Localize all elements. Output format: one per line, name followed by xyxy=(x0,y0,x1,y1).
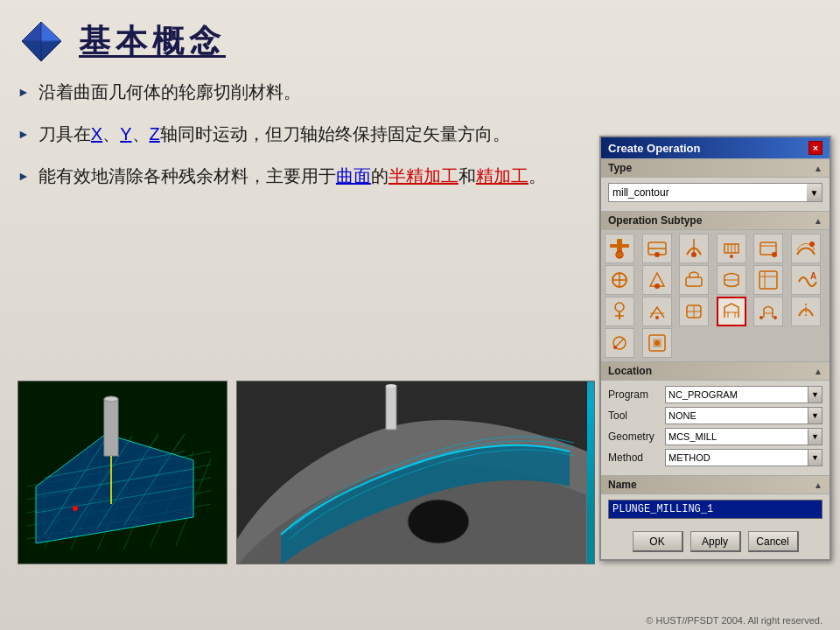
program-label: Program xyxy=(608,388,665,401)
svg-rect-35 xyxy=(617,239,622,258)
subtype-icon-11[interactable] xyxy=(753,265,783,295)
svg-point-54 xyxy=(615,303,624,312)
type-value: mill_contour xyxy=(612,186,669,199)
subtype-icon-17[interactable] xyxy=(753,297,783,326)
geometry-value: MCS_MILL xyxy=(668,431,717,442)
location-section-header[interactable]: Location ▲ xyxy=(601,361,830,381)
list-item: ► 能有效地清除各种残余材料，主要用于曲面的半精加工和精加工。 xyxy=(18,163,595,189)
footer: © HUST//PFSDT 2004. All right reserved. xyxy=(646,615,822,626)
svg-point-31 xyxy=(408,500,469,543)
bullet-list: ► 沿着曲面几何体的轮廓切削材料。 ► 刀具在X、Y、Z轴同时运动，但刀轴始终保… xyxy=(18,79,595,189)
subtype-section-header[interactable]: Operation Subtype ▲ xyxy=(601,211,830,230)
tool-value: NONE xyxy=(668,410,696,421)
ok-label: OK xyxy=(649,536,664,548)
dialog-title: Create Operation xyxy=(608,142,700,155)
subtype-icon-16[interactable] xyxy=(717,297,746,326)
tool-label: Tool xyxy=(608,410,665,422)
subtype-icon-7[interactable] xyxy=(605,265,634,295)
program-dropdown-btn[interactable]: ▼ xyxy=(808,386,822,403)
name-input[interactable] xyxy=(608,500,822,519)
program-row: Program NC_PROGRAM ▼ xyxy=(608,386,822,403)
svg-point-69 xyxy=(654,340,660,346)
dialog-buttons: OK Apply Cancel xyxy=(601,524,830,559)
bullet-text-2: 刀具在X、Y、Z轴同时运动，但刀轴始终保持固定矢量方向。 xyxy=(38,121,510,147)
type-dropdown[interactable]: mill_contour xyxy=(608,183,807,202)
tool-dropdown-btn[interactable]: ▼ xyxy=(808,407,822,424)
subtype-icon-18[interactable] xyxy=(791,297,821,326)
method-dropdown-btn[interactable]: ▼ xyxy=(808,449,822,466)
geometry-dropdown[interactable]: MCS_MILL xyxy=(665,428,808,445)
bullet-text-3: 能有效地清除各种残余材料，主要用于曲面的半精加工和精加工。 xyxy=(38,163,546,189)
svg-point-27 xyxy=(104,396,118,402)
apply-button[interactable]: Apply xyxy=(690,531,741,552)
type-section-header[interactable]: Type ▲ xyxy=(601,158,830,178)
program-dropdown-wrapper: NC_PROGRAM ▼ xyxy=(665,386,822,403)
subtype-icon-12[interactable]: A xyxy=(791,265,821,295)
cancel-label: Cancel xyxy=(756,536,788,548)
bullet-arrow-icon: ► xyxy=(18,83,30,102)
method-row: Method METHOD ▼ xyxy=(608,449,822,466)
svg-point-40 xyxy=(691,252,696,257)
geometry-label: Geometry xyxy=(608,430,665,443)
apply-label: Apply xyxy=(702,536,728,548)
svg-text:A: A xyxy=(810,271,816,281)
type-dropdown-arrow-icon[interactable]: ▼ xyxy=(807,183,822,202)
location-section-arrow-icon: ▲ xyxy=(814,367,822,376)
name-label-header: Name xyxy=(608,479,637,491)
subtype-icon-6[interactable] xyxy=(791,234,821,263)
method-dropdown[interactable]: METHOD xyxy=(665,449,808,466)
bullet-arrow-icon: ► xyxy=(18,167,30,186)
program-dropdown[interactable]: NC_PROGRAM xyxy=(665,386,808,403)
cancel-button[interactable]: Cancel xyxy=(748,531,799,552)
subtype-icon-14[interactable] xyxy=(642,297,672,326)
geometry-dropdown-btn[interactable]: ▼ xyxy=(808,428,822,445)
images-area xyxy=(18,381,595,582)
subtype-icon-19[interactable] xyxy=(605,328,634,358)
subtype-label: Operation Subtype xyxy=(608,214,702,227)
left-image-svg xyxy=(18,382,228,564)
tool-row: Tool NONE ▼ xyxy=(608,407,822,424)
subtype-icon-15[interactable] xyxy=(679,297,709,326)
svg-point-42 xyxy=(730,255,733,258)
subtype-icon-13[interactable] xyxy=(605,297,634,326)
subtype-icon-9[interactable] xyxy=(679,265,709,295)
svg-rect-52 xyxy=(760,271,777,289)
type-section-content: mill_contour ▼ xyxy=(601,178,830,211)
svg-point-57 xyxy=(655,316,659,319)
svg-marker-1 xyxy=(41,22,61,42)
svg-rect-26 xyxy=(104,399,118,456)
svg-point-63 xyxy=(774,316,777,319)
tool-dropdown-wrapper: NONE ▼ xyxy=(665,407,822,424)
subtype-icon-5[interactable] xyxy=(753,234,783,263)
list-item: ► 刀具在X、Y、Z轴同时运动，但刀轴始终保持固定矢量方向。 xyxy=(18,121,595,147)
subtype-icon-1[interactable] xyxy=(605,234,634,263)
dialog-close-button[interactable]: × xyxy=(808,141,822,155)
subtype-icon-10[interactable] xyxy=(717,265,746,295)
bullet-text-1: 沿着曲面几何体的轮廓切削材料。 xyxy=(38,79,301,105)
right-image-svg xyxy=(237,382,587,564)
ok-button[interactable]: OK xyxy=(633,531,683,552)
bullet-arrow-icon: ► xyxy=(18,125,30,144)
type-section-arrow-icon: ▲ xyxy=(814,164,822,173)
close-icon: × xyxy=(813,143,818,153)
method-label: Method xyxy=(608,452,665,464)
subtype-icon-2[interactable] xyxy=(642,234,672,263)
svg-point-45 xyxy=(809,242,815,247)
header: 基本概念 xyxy=(0,9,840,74)
subtype-empty-3 xyxy=(753,328,783,358)
footer-text: © HUST//PFSDT 2004. All right reserved. xyxy=(646,615,822,626)
svg-point-28 xyxy=(73,506,78,511)
create-operation-dialog: Create Operation × Type ▲ mill_contour ▼… xyxy=(599,136,831,561)
name-section-content xyxy=(601,494,830,524)
svg-point-66 xyxy=(613,346,617,349)
subtype-icon-3[interactable] xyxy=(679,234,709,263)
subtype-icon-20[interactable] xyxy=(642,328,672,358)
subtype-icon-8[interactable] xyxy=(642,265,672,295)
name-section-header[interactable]: Name ▲ xyxy=(601,475,830,494)
svg-point-49 xyxy=(654,284,660,289)
subtype-section-arrow-icon: ▲ xyxy=(814,216,822,226)
tool-dropdown[interactable]: NONE xyxy=(665,407,808,424)
right-image xyxy=(236,381,595,564)
subtype-icon-4[interactable] xyxy=(717,234,746,263)
location-section-content: Program NC_PROGRAM ▼ Tool NONE ▼ Geometr… xyxy=(601,381,830,475)
